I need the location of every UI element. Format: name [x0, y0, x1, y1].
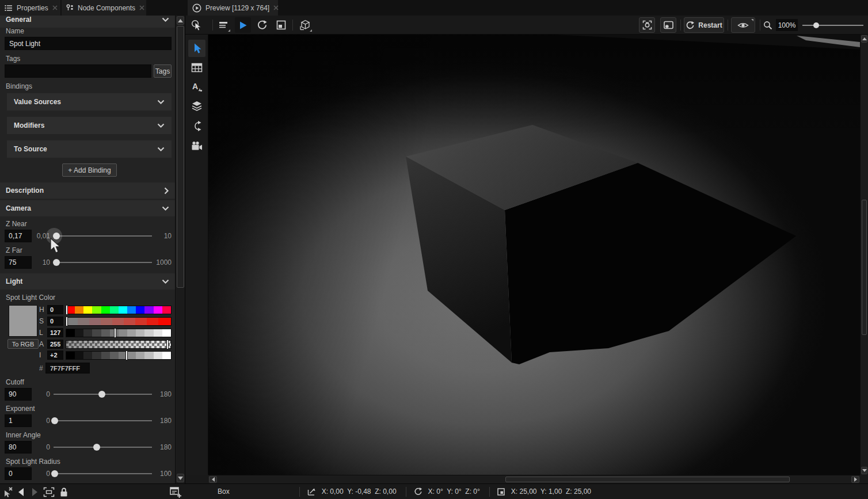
play-tool-button[interactable] [235, 17, 251, 33]
camera-tool-button[interactable] [188, 137, 205, 154]
exponent-slider[interactable] [54, 414, 152, 427]
tab-properties[interactable]: Properties [0, 0, 60, 16]
scrollbar-thumb[interactable] [177, 26, 184, 288]
interact-tool-button[interactable] [189, 17, 205, 33]
close-icon[interactable] [139, 5, 144, 10]
cutoff-slider[interactable] [54, 388, 152, 401]
render-target-button[interactable] [660, 17, 676, 33]
lock-icon[interactable] [58, 486, 70, 498]
color-swatch[interactable] [9, 305, 37, 337]
inner-angle-input[interactable] [5, 441, 32, 454]
scroll-left-icon[interactable] [209, 476, 217, 483]
tags-input[interactable] [5, 64, 151, 78]
bar-marker[interactable] [166, 340, 169, 349]
cutoff-input[interactable] [5, 388, 32, 401]
zoom-slider-handle[interactable] [813, 22, 819, 28]
z-near-input[interactable] [5, 230, 32, 242]
preview-toolbar: Restart 100% [185, 16, 868, 35]
step-forward-icon[interactable] [28, 486, 41, 498]
fit-view-button[interactable] [273, 17, 289, 33]
hex-prefix: # [39, 364, 43, 372]
slider-handle[interactable] [53, 233, 60, 239]
modifiers-header[interactable]: Modifiers [7, 117, 172, 134]
scroll-right-icon[interactable] [851, 476, 859, 483]
saturation-label: S [39, 317, 46, 325]
saturation-bar[interactable] [66, 317, 172, 326]
visibility-button[interactable] [731, 17, 755, 33]
lightness-input[interactable] [47, 328, 63, 337]
slider-handle[interactable] [93, 444, 100, 451]
layout-presets-button[interactable] [215, 17, 231, 33]
lightness-bar[interactable] [66, 329, 172, 337]
slider-track [54, 420, 152, 421]
z-far-input[interactable] [5, 256, 32, 269]
connections-tool-button[interactable] [188, 117, 205, 135]
section-general[interactable]: General [0, 16, 175, 28]
bar-marker[interactable] [125, 351, 128, 360]
screenshot-button[interactable] [639, 17, 655, 33]
inner-angle-slider[interactable] [54, 441, 152, 454]
select-tool-button[interactable] [188, 40, 205, 57]
intensity-bar[interactable] [66, 351, 172, 360]
close-icon[interactable] [273, 5, 279, 10]
layers-tool-button[interactable] [188, 97, 205, 115]
deselect-icon[interactable] [2, 486, 15, 498]
tab-preview[interactable]: Preview [1129 x 764] [188, 0, 278, 16]
hex-input[interactable] [45, 363, 90, 374]
zoom-slider[interactable] [802, 19, 863, 31]
to-source-header[interactable]: To Source [7, 140, 172, 158]
slider-handle[interactable] [51, 470, 58, 477]
tags-button[interactable]: Tags [154, 64, 172, 78]
scroll-up-icon[interactable] [177, 16, 184, 25]
toolbar-separator [212, 20, 213, 31]
z-near-slider[interactable] [54, 230, 152, 242]
reset-view-button[interactable] [254, 17, 270, 33]
frame-select-icon[interactable] [43, 486, 55, 498]
section-description[interactable]: Description [0, 182, 175, 199]
spot-light-radius-slider[interactable] [54, 467, 152, 480]
text-tool-button[interactable]: A [188, 78, 205, 96]
step-back-icon[interactable] [15, 486, 28, 498]
selected-node-name: Box [218, 487, 230, 496]
viewport-hscrollbar[interactable] [208, 475, 860, 483]
zoom-value[interactable]: 100% [776, 19, 798, 31]
exponent-input[interactable] [5, 414, 32, 427]
section-camera[interactable]: Camera [0, 200, 175, 216]
viewport-3d[interactable] [208, 35, 860, 475]
bar-marker[interactable] [66, 305, 68, 315]
z-far-slider[interactable] [54, 256, 152, 269]
hue-bar[interactable] [66, 306, 172, 314]
tab-node-components[interactable]: Node Components [62, 0, 146, 16]
bar-marker[interactable] [114, 328, 116, 338]
scrollbar-thumb[interactable] [862, 200, 867, 335]
slider-handle[interactable] [53, 259, 60, 266]
intensity-input[interactable] [47, 351, 63, 360]
properties-scrollbar[interactable] [175, 16, 185, 483]
slider-handle[interactable] [98, 391, 105, 398]
spot-light-radius-input[interactable] [5, 467, 32, 480]
add-view-icon[interactable] [169, 486, 182, 498]
hue-input[interactable] [47, 305, 63, 314]
close-icon[interactable] [52, 5, 58, 10]
dropdown-corner-icon [310, 29, 312, 32]
scroll-up-icon[interactable] [861, 35, 867, 43]
grid-tool-button[interactable] [188, 59, 205, 76]
section-light[interactable]: Light [0, 273, 175, 290]
orientation-cube-button[interactable] [297, 17, 313, 33]
to-rgb-button[interactable]: To RGB [7, 339, 39, 349]
alpha-bar[interactable] [66, 340, 172, 349]
add-binding-button[interactable]: + Add Binding [62, 163, 117, 177]
svg-text:A: A [192, 82, 198, 91]
viewport-vscrollbar[interactable] [860, 35, 868, 475]
bar-marker[interactable] [66, 317, 68, 326]
tab-label: Properties [17, 4, 48, 12]
scrollbar-thumb[interactable] [505, 477, 790, 482]
restart-button[interactable]: Restart [684, 17, 724, 33]
saturation-input[interactable] [47, 317, 63, 326]
scroll-down-icon[interactable] [177, 474, 184, 482]
value-sources-header[interactable]: Value Sources [7, 93, 172, 111]
alpha-input[interactable] [47, 340, 63, 349]
scroll-down-icon[interactable] [861, 467, 867, 474]
slider-handle[interactable] [51, 417, 58, 424]
name-input[interactable] [5, 37, 172, 50]
